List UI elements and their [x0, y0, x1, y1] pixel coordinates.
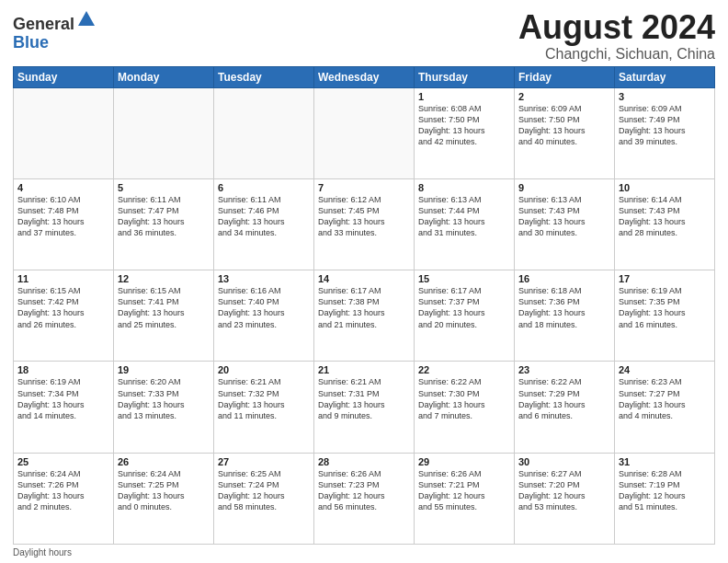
day-info: Sunrise: 6:13 AM Sunset: 7:43 PM Dayligh… [518, 194, 610, 239]
day-cell: 7Sunrise: 6:12 AM Sunset: 7:45 PM Daylig… [314, 178, 415, 270]
day-info: Sunrise: 6:16 AM Sunset: 7:40 PM Dayligh… [218, 285, 310, 330]
logo-general: General [13, 15, 74, 33]
day-info: Sunrise: 6:24 AM Sunset: 7:26 PM Dayligh… [17, 468, 109, 513]
day-cell: 12Sunrise: 6:15 AM Sunset: 7:41 PM Dayli… [114, 270, 214, 362]
day-info: Sunrise: 6:18 AM Sunset: 7:36 PM Dayligh… [518, 285, 610, 330]
day-info: Sunrise: 6:19 AM Sunset: 7:35 PM Dayligh… [619, 285, 711, 330]
day-info: Sunrise: 6:28 AM Sunset: 7:19 PM Dayligh… [619, 468, 711, 513]
header: General Blue August 2024 Changchi, Sichu… [13, 9, 715, 63]
day-cell: 11Sunrise: 6:15 AM Sunset: 7:42 PM Dayli… [14, 270, 114, 362]
day-info: Sunrise: 6:12 AM Sunset: 7:45 PM Dayligh… [318, 194, 410, 239]
day-cell: 13Sunrise: 6:16 AM Sunset: 7:40 PM Dayli… [214, 270, 314, 362]
day-number: 8 [418, 182, 510, 193]
logo: General Blue [13, 9, 97, 52]
day-number: 31 [619, 456, 711, 467]
day-header-thursday: Thursday [415, 66, 515, 87]
svg-marker-0 [78, 11, 95, 26]
day-cell: 29Sunrise: 6:26 AM Sunset: 7:21 PM Dayli… [415, 453, 515, 544]
day-number: 26 [118, 456, 210, 467]
day-cell [314, 87, 415, 178]
day-cell: 8Sunrise: 6:13 AM Sunset: 7:44 PM Daylig… [415, 178, 515, 270]
day-number: 15 [418, 273, 510, 284]
day-cell: 16Sunrise: 6:18 AM Sunset: 7:36 PM Dayli… [515, 270, 615, 362]
day-header-friday: Friday [515, 66, 615, 87]
day-cell: 22Sunrise: 6:22 AM Sunset: 7:30 PM Dayli… [415, 362, 515, 453]
day-number: 9 [518, 182, 610, 193]
day-cell [214, 87, 314, 178]
day-cell: 3Sunrise: 6:09 AM Sunset: 7:49 PM Daylig… [615, 87, 715, 178]
day-info: Sunrise: 6:09 AM Sunset: 7:49 PM Dayligh… [619, 103, 711, 148]
day-info: Sunrise: 6:17 AM Sunset: 7:38 PM Dayligh… [318, 285, 410, 330]
day-number: 4 [17, 182, 109, 193]
day-info: Sunrise: 6:11 AM Sunset: 7:46 PM Dayligh… [218, 194, 310, 239]
day-info: Sunrise: 6:21 AM Sunset: 7:32 PM Dayligh… [218, 376, 310, 421]
day-cell: 10Sunrise: 6:14 AM Sunset: 7:43 PM Dayli… [615, 178, 715, 270]
day-number: 2 [518, 91, 610, 102]
day-info: Sunrise: 6:19 AM Sunset: 7:34 PM Dayligh… [17, 376, 109, 421]
logo-text: General [13, 9, 97, 34]
day-cell [14, 87, 114, 178]
day-cell [114, 87, 214, 178]
day-number: 25 [17, 456, 109, 467]
day-number: 6 [218, 182, 310, 193]
title-area: August 2024 Changchi, Sichuan, China [518, 9, 715, 63]
footer-note: Daylight hours [13, 547, 715, 557]
day-number: 20 [218, 364, 310, 375]
day-info: Sunrise: 6:26 AM Sunset: 7:23 PM Dayligh… [318, 468, 410, 513]
day-number: 19 [118, 364, 210, 375]
week-row-2: 11Sunrise: 6:15 AM Sunset: 7:42 PM Dayli… [14, 270, 715, 362]
day-cell: 20Sunrise: 6:21 AM Sunset: 7:32 PM Dayli… [214, 362, 314, 453]
day-info: Sunrise: 6:23 AM Sunset: 7:27 PM Dayligh… [619, 376, 711, 421]
day-number: 29 [418, 456, 510, 467]
day-number: 16 [518, 273, 610, 284]
day-number: 17 [619, 273, 711, 284]
day-info: Sunrise: 6:21 AM Sunset: 7:31 PM Dayligh… [318, 376, 410, 421]
day-number: 13 [218, 273, 310, 284]
title-location: Changchi, Sichuan, China [518, 46, 715, 63]
day-info: Sunrise: 6:10 AM Sunset: 7:48 PM Dayligh… [17, 194, 109, 239]
day-number: 28 [318, 456, 410, 467]
day-cell: 30Sunrise: 6:27 AM Sunset: 7:20 PM Dayli… [515, 453, 615, 544]
day-number: 21 [318, 364, 410, 375]
day-cell: 21Sunrise: 6:21 AM Sunset: 7:31 PM Dayli… [314, 362, 415, 453]
day-cell: 2Sunrise: 6:09 AM Sunset: 7:50 PM Daylig… [515, 87, 615, 178]
day-cell: 15Sunrise: 6:17 AM Sunset: 7:37 PM Dayli… [415, 270, 515, 362]
day-number: 5 [118, 182, 210, 193]
day-info: Sunrise: 6:26 AM Sunset: 7:21 PM Dayligh… [418, 468, 510, 513]
day-number: 22 [418, 364, 510, 375]
logo-blue-text: Blue [13, 34, 97, 52]
logo-blue: Blue [13, 33, 49, 52]
day-cell: 31Sunrise: 6:28 AM Sunset: 7:19 PM Dayli… [615, 453, 715, 544]
day-info: Sunrise: 6:25 AM Sunset: 7:24 PM Dayligh… [218, 468, 310, 513]
day-header-monday: Monday [114, 66, 214, 87]
day-cell: 25Sunrise: 6:24 AM Sunset: 7:26 PM Dayli… [14, 453, 114, 544]
day-info: Sunrise: 6:11 AM Sunset: 7:47 PM Dayligh… [118, 194, 210, 239]
week-row-0: 1Sunrise: 6:08 AM Sunset: 7:50 PM Daylig… [14, 87, 715, 178]
day-info: Sunrise: 6:20 AM Sunset: 7:33 PM Dayligh… [118, 376, 210, 421]
calendar-table: SundayMondayTuesdayWednesdayThursdayFrid… [13, 66, 715, 545]
title-month: August 2024 [518, 9, 715, 46]
day-number: 1 [418, 91, 510, 102]
day-info: Sunrise: 6:09 AM Sunset: 7:50 PM Dayligh… [518, 103, 610, 148]
day-info: Sunrise: 6:08 AM Sunset: 7:50 PM Dayligh… [418, 103, 510, 148]
day-cell: 24Sunrise: 6:23 AM Sunset: 7:27 PM Dayli… [615, 362, 715, 453]
day-number: 30 [518, 456, 610, 467]
day-info: Sunrise: 6:15 AM Sunset: 7:41 PM Dayligh… [118, 285, 210, 330]
day-info: Sunrise: 6:17 AM Sunset: 7:37 PM Dayligh… [418, 285, 510, 330]
day-info: Sunrise: 6:27 AM Sunset: 7:20 PM Dayligh… [518, 468, 610, 513]
day-cell: 1Sunrise: 6:08 AM Sunset: 7:50 PM Daylig… [415, 87, 515, 178]
page: General Blue August 2024 Changchi, Sichu… [0, 0, 728, 563]
week-row-4: 25Sunrise: 6:24 AM Sunset: 7:26 PM Dayli… [14, 453, 715, 544]
day-number: 27 [218, 456, 310, 467]
day-cell: 23Sunrise: 6:22 AM Sunset: 7:29 PM Dayli… [515, 362, 615, 453]
day-info: Sunrise: 6:14 AM Sunset: 7:43 PM Dayligh… [619, 194, 711, 239]
day-number: 18 [17, 364, 109, 375]
day-info: Sunrise: 6:15 AM Sunset: 7:42 PM Dayligh… [17, 285, 109, 330]
day-cell: 14Sunrise: 6:17 AM Sunset: 7:38 PM Dayli… [314, 270, 415, 362]
day-cell: 9Sunrise: 6:13 AM Sunset: 7:43 PM Daylig… [515, 178, 615, 270]
day-number: 14 [318, 273, 410, 284]
day-number: 24 [619, 364, 711, 375]
logo-icon [76, 9, 97, 29]
header-row: SundayMondayTuesdayWednesdayThursdayFrid… [14, 66, 715, 87]
week-row-1: 4Sunrise: 6:10 AM Sunset: 7:48 PM Daylig… [14, 178, 715, 270]
